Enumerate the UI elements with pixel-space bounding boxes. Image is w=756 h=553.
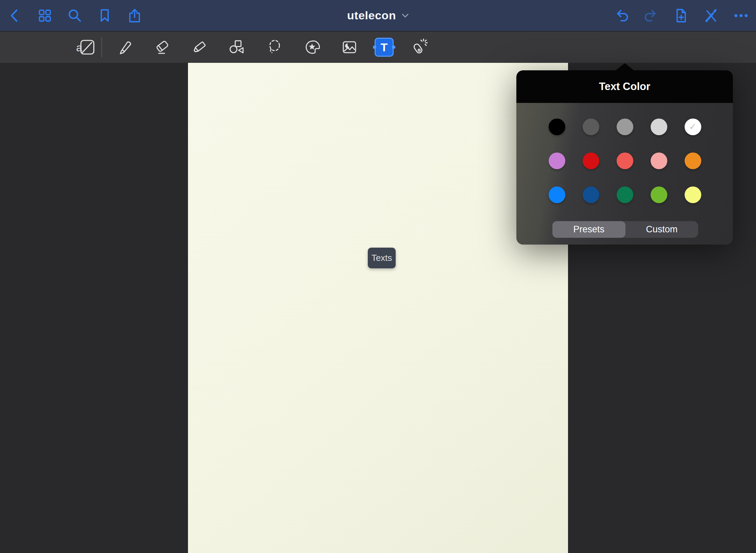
selection-handle: [373, 46, 376, 49]
text-element-tooltip[interactable]: Texts: [368, 248, 396, 268]
swatch-grid: ✓: [540, 110, 710, 212]
color-swatch[interactable]: [583, 186, 599, 203]
eraser-icon[interactable]: [150, 31, 175, 63]
text-color-popup: Text Color ✓ Presets Custom: [516, 70, 733, 245]
color-swatch[interactable]: [617, 186, 633, 203]
app-window: utelecon a: [0, 0, 756, 553]
document-title[interactable]: utelecon: [347, 9, 396, 22]
color-swatch[interactable]: [549, 119, 565, 135]
elements-icon[interactable]: [300, 31, 324, 63]
svg-text:a: a: [76, 41, 82, 54]
tools-toolbar: a: [0, 31, 756, 63]
presets-custom-segmented-control: Presets Custom: [552, 221, 698, 238]
color-swatch[interactable]: [617, 119, 633, 135]
toolbar-divider: [101, 37, 102, 57]
undo-icon[interactable]: [606, 0, 636, 31]
image-icon[interactable]: [337, 31, 362, 63]
popup-callout-arrow: [615, 63, 634, 71]
popup-title: Text Color: [599, 81, 650, 93]
tab-presets[interactable]: Presets: [552, 221, 625, 238]
color-swatch[interactable]: [549, 153, 565, 169]
note-page[interactable]: [188, 63, 568, 553]
color-swatch[interactable]: [617, 153, 633, 169]
add-page-icon[interactable]: [666, 0, 696, 31]
pages-overview-icon[interactable]: [30, 0, 60, 31]
edit-mode-icon[interactable]: a: [73, 31, 98, 63]
more-icon[interactable]: [726, 0, 756, 31]
color-swatch[interactable]: [583, 153, 599, 169]
redo-icon[interactable]: [636, 0, 666, 31]
color-swatch[interactable]: [549, 186, 565, 203]
color-swatch[interactable]: [685, 153, 701, 169]
color-swatch[interactable]: [685, 186, 701, 203]
search-icon[interactable]: [60, 0, 90, 31]
highlighter-icon[interactable]: [188, 31, 212, 63]
navigation-bar: utelecon: [0, 0, 756, 31]
popup-header: Text Color: [516, 70, 733, 103]
color-swatch[interactable]: [651, 119, 667, 135]
shapes-icon[interactable]: [225, 31, 250, 63]
color-swatch[interactable]: [651, 153, 667, 169]
selection-handle: [392, 46, 395, 49]
lasso-icon[interactable]: [262, 31, 287, 63]
nav-right-group: [606, 0, 756, 31]
color-swatch[interactable]: ✓: [685, 119, 701, 135]
color-swatch[interactable]: [583, 119, 599, 135]
share-icon[interactable]: [120, 0, 150, 31]
check-icon: ✓: [689, 121, 697, 132]
popup-body: ✓ Presets Custom: [516, 103, 733, 245]
stop-editing-icon[interactable]: [696, 0, 726, 31]
chevron-down-icon: [401, 13, 409, 18]
text-tool-icon[interactable]: T: [375, 38, 394, 57]
laser-pointer-icon[interactable]: [407, 31, 431, 63]
back-icon[interactable]: [0, 0, 30, 31]
color-swatch[interactable]: [651, 186, 667, 203]
pen-icon[interactable]: [113, 31, 137, 63]
bookmark-icon[interactable]: [90, 0, 120, 31]
tab-custom[interactable]: Custom: [625, 221, 699, 238]
